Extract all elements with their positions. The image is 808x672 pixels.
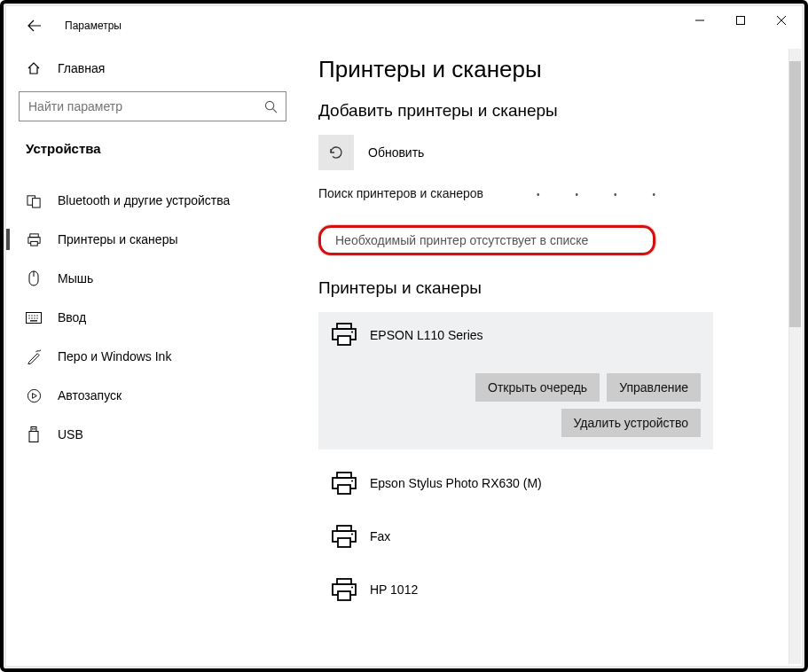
keyboard-icon xyxy=(26,309,42,325)
sidebar-item-label: Перо и Windows Ink xyxy=(58,349,171,363)
remove-device-button[interactable]: Удалить устройство xyxy=(561,409,701,437)
svg-rect-9 xyxy=(27,312,42,323)
svg-rect-36 xyxy=(337,579,351,584)
svg-rect-21 xyxy=(29,431,38,441)
sidebar-item-label: USB xyxy=(58,427,83,441)
svg-point-1 xyxy=(265,101,273,109)
maximize-button[interactable] xyxy=(720,6,761,35)
minimize-button[interactable] xyxy=(679,6,720,35)
svg-rect-23 xyxy=(35,428,35,430)
pen-icon xyxy=(26,348,42,364)
missing-printer-highlight: Необходимый принтер отсутствует в списке xyxy=(318,225,655,255)
home-icon xyxy=(26,60,42,76)
sidebar-item-mouse[interactable]: Мышь xyxy=(19,259,286,298)
printer-list-item[interactable]: HP 1012 xyxy=(318,563,713,616)
refresh-icon xyxy=(327,144,345,161)
search-input[interactable] xyxy=(28,99,232,113)
vertical-scrollbar[interactable] xyxy=(788,49,801,664)
svg-point-31 xyxy=(351,480,353,481)
printer-list-item[interactable]: Fax xyxy=(318,510,713,563)
svg-point-17 xyxy=(36,317,37,318)
back-arrow-icon xyxy=(27,19,42,33)
printer-name: HP 1012 xyxy=(370,582,418,597)
sidebar-item-label: Bluetooth и другие устройства xyxy=(58,193,230,207)
home-nav[interactable]: Главная xyxy=(19,49,286,88)
sidebar-item-autoplay[interactable]: Автозапуск xyxy=(19,376,286,415)
svg-rect-6 xyxy=(30,241,37,246)
sidebar-item-usb[interactable]: USB xyxy=(19,415,286,454)
window-controls xyxy=(679,6,802,35)
sidebar-item-printers[interactable]: Принтеры и сканеры xyxy=(19,220,286,259)
svg-point-13 xyxy=(36,315,37,316)
progress-dots: •••• xyxy=(537,190,691,199)
printer-icon xyxy=(331,472,357,496)
svg-rect-22 xyxy=(32,428,33,430)
usb-icon xyxy=(26,426,42,442)
svg-rect-20 xyxy=(31,426,36,431)
svg-point-39 xyxy=(351,586,353,588)
main-content: Принтеры и сканеры Добавить принтеры и с… xyxy=(299,45,802,666)
svg-point-19 xyxy=(27,389,40,402)
sidebar-item-label: Мышь xyxy=(58,271,93,285)
printers-section-title: Принтеры и сканеры xyxy=(318,278,802,298)
refresh-button[interactable] xyxy=(318,135,354,170)
scrollbar-thumb[interactable] xyxy=(789,61,801,327)
svg-rect-38 xyxy=(338,591,350,600)
refresh-row: Обновить xyxy=(318,135,802,170)
page-title: Принтеры и сканеры xyxy=(318,56,802,83)
svg-point-16 xyxy=(34,317,35,318)
svg-point-12 xyxy=(34,315,35,316)
svg-point-10 xyxy=(28,315,29,316)
sidebar-item-bluetooth[interactable]: Bluetooth и другие устройства xyxy=(19,181,286,220)
svg-rect-18 xyxy=(30,320,37,321)
svg-rect-0 xyxy=(737,17,745,25)
printer-name: Fax xyxy=(370,529,390,543)
printer-name: EPSON L110 Series xyxy=(370,328,483,342)
titlebar: Параметры xyxy=(6,6,802,45)
svg-rect-4 xyxy=(29,233,37,237)
open-queue-button[interactable]: Открыть очередь xyxy=(475,373,600,402)
printer-icon xyxy=(331,525,357,549)
svg-point-11 xyxy=(31,315,32,316)
svg-point-14 xyxy=(28,317,29,318)
printer-list-item[interactable]: Epson Stylus Photo RX630 (M) xyxy=(318,457,713,510)
autoplay-icon xyxy=(26,387,42,403)
category-header: Устройства xyxy=(19,132,286,165)
svg-point-15 xyxy=(31,317,32,318)
svg-rect-34 xyxy=(338,538,350,547)
search-icon xyxy=(263,98,278,114)
svg-rect-3 xyxy=(32,198,40,207)
missing-printer-link[interactable]: Необходимый принтер отсутствует в списке xyxy=(335,233,588,247)
svg-rect-32 xyxy=(337,526,351,531)
sidebar-item-label: Автозапуск xyxy=(58,388,122,402)
sidebar-item-label: Принтеры и сканеры xyxy=(58,232,177,246)
printer-name: Epson Stylus Photo RX630 (M) xyxy=(370,476,542,490)
mouse-icon xyxy=(26,270,42,286)
minimize-icon xyxy=(695,16,704,25)
sidebar: Главная Устройства Bluetooth и другие ус… xyxy=(6,45,299,666)
window-title: Параметры xyxy=(65,20,122,32)
printer-icon xyxy=(331,323,357,347)
sidebar-item-pen[interactable]: Перо и Windows Ink xyxy=(19,337,286,376)
svg-point-27 xyxy=(351,331,353,332)
svg-point-35 xyxy=(351,533,353,535)
home-label: Главная xyxy=(58,61,105,75)
printer-icon xyxy=(26,231,42,247)
sidebar-item-label: Ввод xyxy=(58,310,86,324)
svg-rect-26 xyxy=(338,336,350,345)
svg-rect-30 xyxy=(338,485,350,494)
svg-rect-28 xyxy=(337,473,351,478)
search-status: Поиск принтеров и сканеров •••• xyxy=(318,186,802,200)
close-icon xyxy=(777,16,786,25)
refresh-label: Обновить xyxy=(368,145,424,160)
close-button[interactable] xyxy=(761,6,802,35)
devices-icon xyxy=(26,192,42,208)
add-section-title: Добавить принтеры и сканеры xyxy=(318,101,802,121)
sidebar-item-typing[interactable]: Ввод xyxy=(19,298,286,337)
nav-list: Bluetooth и другие устройства Принтеры и… xyxy=(19,181,286,454)
back-button[interactable] xyxy=(19,10,51,42)
search-box[interactable] xyxy=(19,91,286,121)
printer-icon xyxy=(331,578,357,602)
manage-button[interactable]: Управление xyxy=(607,373,701,402)
printer-card-selected[interactable]: EPSON L110 Series Открыть очередь Управл… xyxy=(318,312,713,449)
